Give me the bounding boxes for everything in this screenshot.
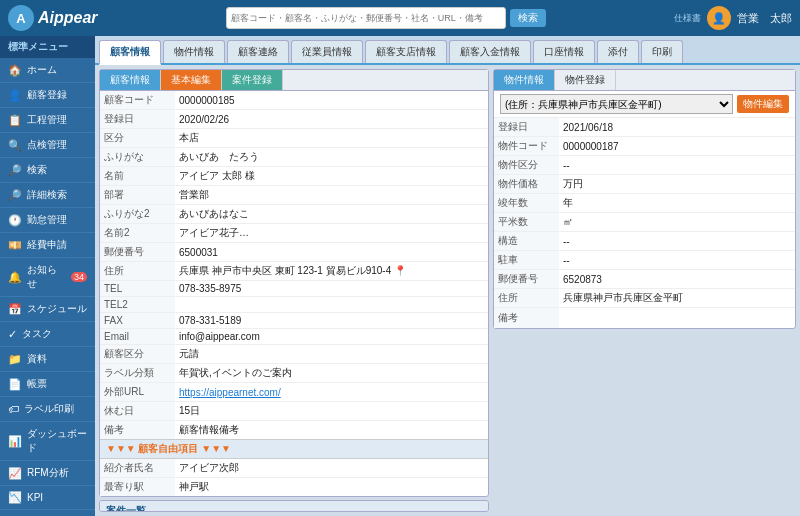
free-items-section-header: ▼▼▼ 顧客自由項目 ▼▼▼ xyxy=(100,439,488,459)
kpi-icon: 📉 xyxy=(8,491,22,504)
property-tab-info[interactable]: 物件情報 xyxy=(494,70,555,90)
field-value: 6500031 xyxy=(175,243,488,262)
field-value: 本店 xyxy=(175,129,488,148)
sidebar-item-label-print[interactable]: 🏷ラベル印刷 xyxy=(0,397,95,422)
field-label: ふりがな xyxy=(100,148,175,167)
expense-icon: 💴 xyxy=(8,239,22,252)
sidebar-item-task[interactable]: ✓タスク xyxy=(0,322,95,347)
property-select-row: (住所：兵庫県神戸市兵庫区金平町) 物件編集 xyxy=(494,91,795,118)
field-value xyxy=(559,308,795,328)
tab-account-info[interactable]: 口座情報 xyxy=(533,40,595,63)
field-label: TEL xyxy=(100,281,175,297)
search-icon: 🔎 xyxy=(8,164,22,177)
customer-tab-info[interactable]: 顧客情報 xyxy=(100,70,161,90)
field-label: 登録日 xyxy=(100,110,175,129)
document-icon: 📁 xyxy=(8,353,22,366)
field-label: 郵便番号 xyxy=(100,243,175,262)
standard-menu-title: 標準メニュー xyxy=(0,36,95,58)
field-label: Email xyxy=(100,329,175,345)
field-value: アイビア次郎 xyxy=(175,459,488,478)
sidebar-item-dashboard[interactable]: 📊ダッシュボード xyxy=(0,422,95,461)
field-label: 顧客コード xyxy=(100,91,175,110)
sidebar-item-document[interactable]: 📁資料 xyxy=(0,347,95,372)
field-value: 営業部 xyxy=(175,186,488,205)
sidebar-item-home[interactable]: 🏠ホーム xyxy=(0,58,95,83)
sidebar-item-search[interactable]: 🔎検索 xyxy=(0,158,95,183)
sidebar-item-inspection[interactable]: 🔍点検管理 xyxy=(0,133,95,158)
cases-panel: 案件一覧 発生日： ～ 完了日： ～ 引渡日： ～ xyxy=(99,500,489,512)
sidebar-item-detail-search[interactable]: 🔎詳細検索 xyxy=(0,183,95,208)
sidebar-item-process[interactable]: 📋工程管理 xyxy=(0,108,95,133)
field-label: 顧客区分 xyxy=(100,345,175,364)
tab-customer-contact[interactable]: 顧客連絡 xyxy=(227,40,289,63)
field-value: 顧客情報備考 xyxy=(175,421,488,440)
property-edit-button[interactable]: 物件編集 xyxy=(737,95,789,113)
tab-branch-info[interactable]: 顧客支店情報 xyxy=(365,40,447,63)
sidebar-item-schedule[interactable]: 📅スケジュール xyxy=(0,297,95,322)
sidebar-item-attendance[interactable]: 🕐勤怠管理 xyxy=(0,208,95,233)
field-value-url[interactable]: https://aippearnet.com/ xyxy=(175,383,488,402)
field-label: 駐車 xyxy=(494,251,559,270)
field-label: TEL2 xyxy=(100,297,175,313)
field-value: 兵庫県神戸市兵庫区金平町 xyxy=(559,289,795,308)
field-value: 078-335-8975 xyxy=(175,281,488,297)
inspection-icon: 🔍 xyxy=(8,139,22,152)
sidebar-item-expense[interactable]: 💴経費申請 xyxy=(0,233,95,258)
field-value: 神戸駅 xyxy=(175,478,488,497)
field-label: 備考 xyxy=(494,308,559,328)
property-info-panel: 物件情報 物件登録 (住所：兵庫県神戸市兵庫区金平町) 物件編集 登録日 202… xyxy=(493,69,796,329)
user-name: 営業 太郎 xyxy=(737,11,792,26)
tab-property-info[interactable]: 物件情報 xyxy=(163,40,225,63)
tab-print[interactable]: 印刷 xyxy=(641,40,683,63)
sidebar-item-kpi[interactable]: 📉KPI xyxy=(0,486,95,510)
field-label: 名前2 xyxy=(100,224,175,243)
search-input[interactable] xyxy=(226,7,506,29)
notice-badge: 34 xyxy=(71,272,87,282)
sidebar-item-report[interactable]: 📄帳票 xyxy=(0,372,95,397)
field-label: 最寄り駅 xyxy=(100,478,175,497)
property-select[interactable]: (住所：兵庫県神戸市兵庫区金平町) xyxy=(500,94,733,114)
field-label: 備考 xyxy=(100,421,175,440)
user-dept-label: 仕様書 xyxy=(674,12,701,25)
field-label: 区分 xyxy=(100,129,175,148)
field-value: info@aippear.com xyxy=(175,329,488,345)
field-value: ㎡ xyxy=(559,213,795,232)
customer-info-panel: 顧客情報 基本編集 案件登録 顧客コード 0000000185 登録日 2020… xyxy=(99,69,489,497)
field-label: 物件区分 xyxy=(494,156,559,175)
logo: A Aippear xyxy=(8,5,98,31)
field-value: -- xyxy=(559,251,795,270)
customer-info-table: 顧客コード 0000000185 登録日 2020/02/26 区分 本店 xyxy=(100,91,488,439)
customer-panel-tabs: 顧客情報 基本編集 案件登録 xyxy=(100,70,488,91)
tab-customer-info[interactable]: 顧客情報 xyxy=(99,40,161,65)
property-info-table: 登録日 2021/06/18 物件コード 0000000187 物件区分 -- xyxy=(494,118,795,328)
field-label: 住所 xyxy=(100,262,175,281)
notice-icon: 🔔 xyxy=(8,271,22,284)
field-label: 竣年数 xyxy=(494,194,559,213)
property-tab-register[interactable]: 物件登録 xyxy=(555,70,616,90)
field-label: 物件コード xyxy=(494,137,559,156)
field-label: ふりがな2 xyxy=(100,205,175,224)
content-area: 顧客情報 物件情報 顧客連絡 従業員情報 顧客支店情報 顧客入金情報 口座情報 … xyxy=(95,36,800,516)
sidebar-item-notice[interactable]: 🔔お知らせ34 xyxy=(0,258,95,297)
field-value: 年 xyxy=(559,194,795,213)
search-button[interactable]: 検索 xyxy=(510,9,546,27)
sidebar-item-customer-reg[interactable]: 👤顧客登録 xyxy=(0,83,95,108)
tab-attachment[interactable]: 添付 xyxy=(597,40,639,63)
field-value xyxy=(175,297,488,313)
field-value: あいびあ たろう xyxy=(175,148,488,167)
tab-employee-info[interactable]: 従業員情報 xyxy=(291,40,363,63)
sidebar-item-rfm[interactable]: 📈RFM分析 xyxy=(0,461,95,486)
field-label: 郵便番号 xyxy=(494,270,559,289)
tab-payment-info[interactable]: 顧客入金情報 xyxy=(449,40,531,63)
field-value: -- xyxy=(559,156,795,175)
customer-tab-edit[interactable]: 基本編集 xyxy=(161,70,222,90)
customer-tab-register[interactable]: 案件登録 xyxy=(222,70,283,90)
field-value: 兵庫県 神戸市中央区 東町 123-1 貿易ビル910-4 📍 xyxy=(175,262,488,281)
home-icon: 🏠 xyxy=(8,64,22,77)
cases-section-header: 案件一覧 xyxy=(100,501,488,512)
field-label: 住所 xyxy=(494,289,559,308)
field-label: 構造 xyxy=(494,232,559,251)
sidebar-item-aggregate[interactable]: 📊集計 xyxy=(0,510,95,516)
schedule-icon: 📅 xyxy=(8,303,22,316)
field-value: アイビア 太郎 様 xyxy=(175,167,488,186)
